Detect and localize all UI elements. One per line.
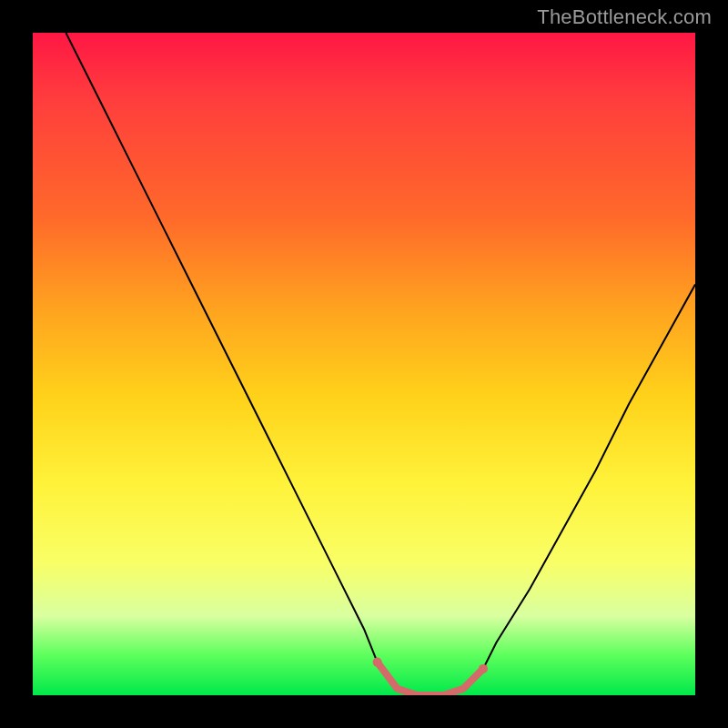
series-curve [66,33,695,695]
chart-series-group [66,33,695,695]
series-highlight-cap [373,658,382,667]
chart-frame: TheBottleneck.com [0,0,728,728]
series-highlight-cap [479,664,488,673]
chart-plot-area [33,33,695,695]
series-highlight [378,662,483,695]
chart-svg [33,33,695,695]
watermark-text: TheBottleneck.com [537,5,712,29]
